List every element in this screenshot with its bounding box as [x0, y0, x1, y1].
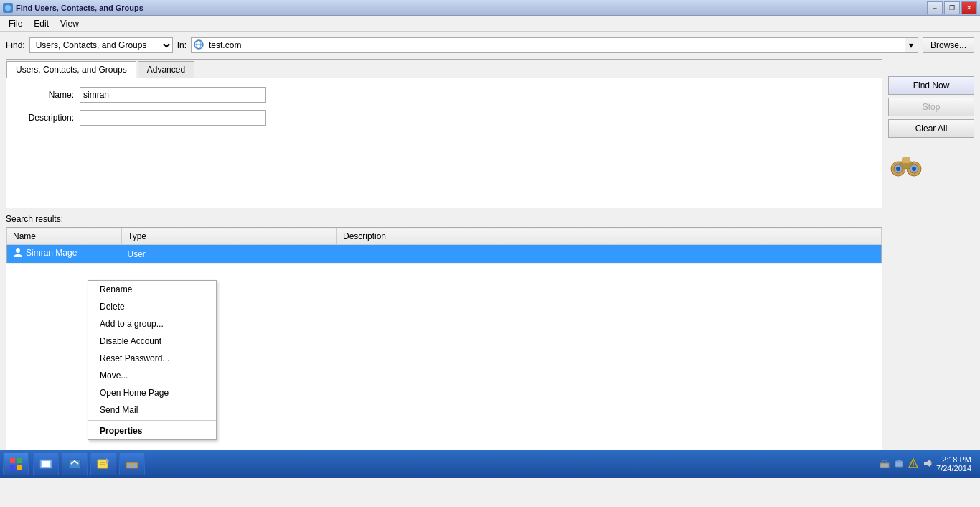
start-button[interactable]: [3, 452, 29, 475]
svg-rect-16: [17, 465, 22, 470]
name-row: Name:: [15, 87, 873, 103]
description-row: Description:: [15, 110, 873, 126]
tray-icon-1: [879, 457, 890, 471]
find-type-dropdown[interactable]: Users, Contacts, and Groups: [29, 37, 173, 53]
name-input[interactable]: [80, 87, 266, 103]
close-button[interactable]: ✕: [961, 1, 977, 14]
context-menu-move[interactable]: Move...: [88, 367, 216, 384]
menu-view[interactable]: View: [55, 17, 85, 30]
svg-rect-15: [10, 465, 15, 470]
in-domain-combo[interactable]: test.com ▾: [191, 37, 918, 53]
svg-point-26: [133, 463, 137, 468]
svg-marker-33: [924, 460, 930, 467]
search-form: Name: Description:: [6, 78, 882, 208]
context-menu-send-mail[interactable]: Send Mail: [88, 401, 216, 419]
tray-volume-icon: [922, 457, 933, 471]
results-table: Name Type Description: [6, 228, 882, 264]
clear-all-button[interactable]: Clear All: [888, 119, 974, 138]
context-menu-rename[interactable]: Rename: [88, 281, 216, 298]
result-description: [337, 245, 882, 264]
description-label: Description:: [15, 113, 80, 123]
tab-advanced[interactable]: Advanced: [138, 61, 194, 78]
app-icon: [3, 3, 13, 13]
tab-users-contacts-groups[interactable]: Users, Contacts, and Groups: [6, 61, 136, 78]
col-name[interactable]: Name: [7, 228, 122, 245]
domain-icon: [193, 39, 206, 52]
svg-rect-14: [17, 458, 22, 463]
title-bar: Find Users, Contacts, and Groups – ❐ ✕: [0, 0, 980, 16]
context-menu-delete[interactable]: Delete: [88, 298, 216, 315]
context-menu-reset-password[interactable]: Reset Password...: [88, 350, 216, 367]
svg-point-4: [16, 248, 20, 253]
taskbar-btn-3[interactable]: [90, 452, 116, 475]
stop-button[interactable]: Stop: [888, 98, 974, 116]
taskbar-btn-2[interactable]: [62, 452, 88, 475]
binoculars-icon: [888, 149, 924, 178]
svg-rect-29: [897, 460, 901, 462]
in-label: In:: [177, 40, 187, 50]
taskbar-btn-1[interactable]: [33, 452, 59, 475]
context-menu-properties[interactable]: Properties: [88, 422, 216, 439]
svg-point-0: [5, 5, 11, 11]
col-description[interactable]: Description: [337, 228, 882, 245]
svg-rect-13: [10, 458, 15, 463]
svg-rect-27: [880, 463, 889, 468]
result-name: Simran Mage: [7, 245, 122, 264]
tab-area: Users, Contacts, and Groups Advanced Nam…: [6, 59, 882, 208]
domain-dropdown-arrow[interactable]: ▾: [905, 38, 918, 52]
domain-text: test.com: [207, 40, 905, 50]
restore-button[interactable]: ❐: [944, 1, 960, 14]
results-label: Search results:: [6, 214, 882, 224]
system-tray: 2:18 PM 7/24/2014: [873, 450, 977, 478]
window-title: Find Users, Contacts, and Groups: [16, 4, 143, 12]
result-type: User: [122, 245, 337, 264]
context-menu-separator: [88, 420, 216, 421]
menu-bar: File Edit View: [0, 16, 980, 32]
menu-file[interactable]: File: [3, 17, 28, 30]
col-type[interactable]: Type: [122, 228, 337, 245]
find-row: Find: Users, Contacts, and Groups In: te…: [6, 37, 974, 53]
tab-list: Users, Contacts, and Groups Advanced: [6, 60, 882, 78]
user-icon: [13, 248, 23, 258]
minimize-button[interactable]: –: [927, 1, 943, 14]
svg-point-32: [913, 465, 914, 467]
browse-button[interactable]: Browse...: [923, 37, 974, 53]
table-row[interactable]: Simran Mage User: [7, 245, 882, 264]
svg-rect-20: [98, 460, 108, 468]
find-now-button[interactable]: Find Now: [888, 76, 974, 95]
context-menu: Rename Delete Add to a group... Disable …: [88, 280, 217, 440]
context-menu-add-to-group[interactable]: Add to a group...: [88, 315, 216, 332]
system-clock: 2:18 PM 7/24/2014: [936, 455, 971, 473]
svg-point-11: [896, 167, 900, 171]
name-label: Name:: [15, 90, 80, 100]
menu-edit[interactable]: Edit: [28, 17, 55, 30]
svg-point-12: [912, 167, 916, 171]
context-menu-disable-account[interactable]: Disable Account: [88, 332, 216, 350]
svg-rect-10: [902, 157, 910, 163]
svg-point-25: [127, 463, 131, 468]
tray-icon-2: [893, 457, 905, 471]
context-menu-open-home-page[interactable]: Open Home Page: [88, 384, 216, 401]
find-label: Find:: [6, 40, 25, 50]
taskbar: 2:18 PM 7/24/2014: [0, 450, 980, 478]
svg-rect-18: [42, 461, 50, 467]
tray-icon-3: [908, 457, 919, 471]
description-input[interactable]: [80, 110, 266, 126]
taskbar-btn-4[interactable]: [119, 452, 145, 475]
